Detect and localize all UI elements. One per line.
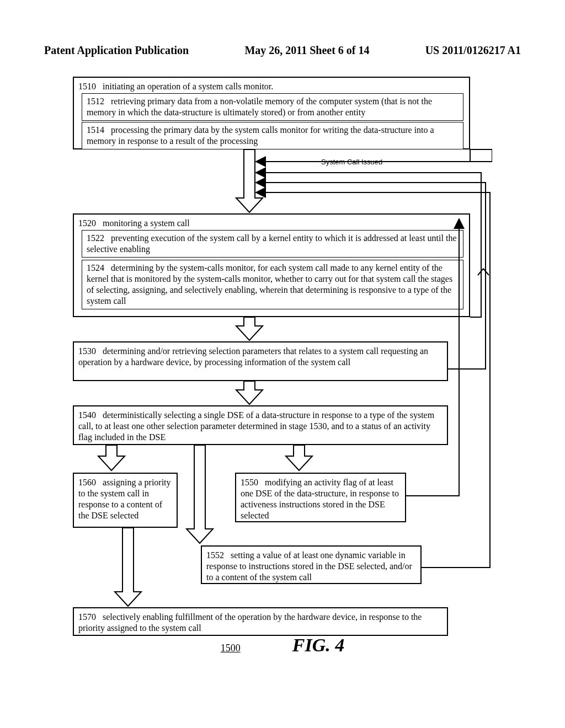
figure-label: FIG. 4 [292, 635, 344, 655]
page-header: Patent Application Publication May 26, 2… [44, 44, 521, 57]
step-1522: 1522 preventing execution of the system … [82, 230, 463, 258]
step-1510: 1510 initiating an operation of a system… [73, 77, 470, 149]
step-1550-num: 1550 [241, 478, 258, 487]
step-1540-text: deterministically selecting a single DSE… [78, 410, 434, 442]
step-1570: 1570 selectively enabling fulfillment of… [73, 607, 448, 636]
step-1524-text: determining by the system-calls monitor,… [87, 263, 452, 306]
step-1550-text: modifying an activity flag of at least o… [241, 478, 399, 520]
step-1510-text: initiating an operation of a system call… [103, 82, 273, 91]
step-1510-num: 1510 [78, 82, 96, 91]
step-1552: 1552 setting a value of at least one dyn… [201, 545, 422, 584]
header-right: US 2011/0126217 A1 [425, 44, 521, 57]
step-1520-text: monitoring a system call [103, 218, 190, 228]
step-1512: 1512 retrieving primary data from a non-… [82, 93, 463, 121]
figure-ref: 1500 [221, 643, 241, 654]
figure-caption: 1500 FIG. 4 [73, 635, 492, 656]
step-1560-num: 1560 [78, 478, 96, 487]
header-center: May 26, 2011 Sheet 6 of 14 [244, 44, 369, 57]
step-1514-text: processing the primary data by the syste… [87, 125, 434, 146]
step-1520: 1520 monitoring a system call 1522 preve… [73, 213, 470, 317]
flowchart: 1510 initiating an operation of a system… [73, 77, 492, 661]
header-left: Patent Application Publication [44, 44, 189, 57]
step-1570-num: 1570 [78, 612, 96, 622]
step-1520-num: 1520 [78, 218, 96, 228]
step-1514: 1514 processing the primary data by the … [82, 122, 463, 149]
label-system-call-issued: System Call Issued [321, 158, 382, 166]
step-1512-text: retrieving primary data from a non-volat… [87, 97, 432, 117]
step-1560: 1560 assigning a priority to the system … [73, 473, 178, 528]
step-1530-num: 1530 [78, 346, 96, 356]
step-1524-num: 1524 [87, 263, 104, 272]
step-1524: 1524 determining by the system-calls mon… [82, 260, 463, 309]
step-1570-text: selectively enabling fulfillment of the … [78, 612, 422, 633]
step-1530-text: determining and/or retrieving selection … [78, 346, 428, 367]
step-1530: 1530 determining and/or retrieving selec… [73, 341, 448, 381]
step-1522-text: preventing execution of the system call … [87, 233, 457, 254]
step-1522-num: 1522 [87, 233, 104, 243]
step-1552-text: setting a value of at least one dynamic … [206, 550, 412, 582]
step-1540-num: 1540 [78, 410, 96, 420]
step-1540: 1540 deterministically selecting a singl… [73, 405, 448, 445]
step-1552-num: 1552 [206, 550, 224, 560]
step-1514-num: 1514 [87, 125, 104, 135]
step-1550: 1550 modifying an activity flag of at le… [235, 473, 406, 522]
step-1512-num: 1512 [87, 97, 104, 106]
